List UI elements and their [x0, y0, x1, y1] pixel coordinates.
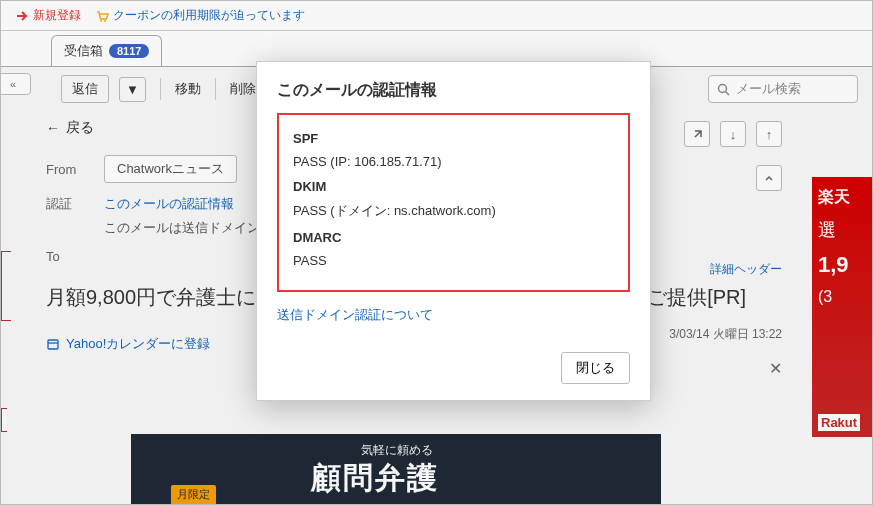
- dmarc-value: PASS: [293, 253, 614, 268]
- dmarc-heading: DMARC: [293, 230, 614, 245]
- spf-value: PASS (IP: 106.185.71.71): [293, 154, 614, 169]
- auth-info-modal: このメールの認証情報 SPF PASS (IP: 106.185.71.71) …: [256, 61, 651, 401]
- auth-results-box: SPF PASS (IP: 106.185.71.71) DKIM PASS (…: [277, 113, 630, 292]
- close-button[interactable]: 閉じる: [561, 352, 630, 384]
- modal-title: このメールの認証情報: [277, 80, 630, 101]
- about-domain-auth-link[interactable]: 送信ドメイン認証について: [277, 307, 433, 322]
- dkim-value: PASS (ドメイン: ns.chatwork.com): [293, 202, 614, 220]
- spf-heading: SPF: [293, 131, 614, 146]
- modal-footer: 閉じる: [277, 352, 630, 384]
- dkim-heading: DKIM: [293, 179, 614, 194]
